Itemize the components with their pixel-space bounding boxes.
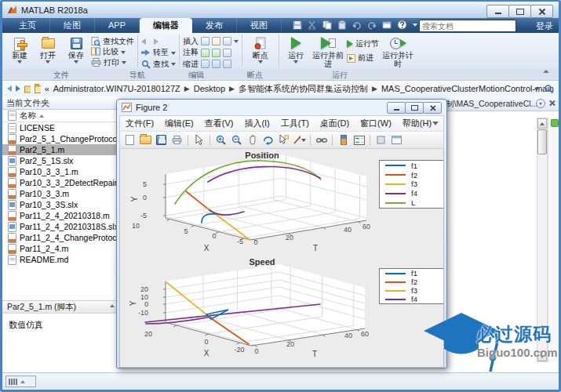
figure-canvas[interactable]: Position 5 0 -5 Y 10 5 0 -5 X 0 20 40 60… (119, 149, 444, 368)
back-icon[interactable] (141, 38, 146, 45)
titlebar[interactable]: MATLAB R2018a (2, 2, 559, 18)
figure-close-button[interactable] (423, 102, 442, 114)
zoom-in-tool-icon[interactable] (214, 134, 228, 147)
brush-tool-icon[interactable] (293, 134, 306, 147)
figure-minimize-button[interactable] (387, 102, 406, 114)
save-icon[interactable] (293, 20, 302, 30)
indent-right-icon[interactable] (212, 60, 220, 68)
breadcrumb-segment[interactable]: 多智能体系统的协同群集运动控制 (239, 83, 368, 95)
save-figure-icon[interactable] (155, 134, 168, 147)
name-column-header[interactable]: 名称 (2, 110, 118, 122)
menubar-pin-icon[interactable] (432, 122, 439, 125)
undo-icon[interactable] (352, 20, 362, 30)
file-row[interactable]: Par2_5_1_ChangeProtocol.m (2, 133, 118, 144)
file-row[interactable]: Par10_3_3_2DetectRepair.m (2, 177, 118, 188)
insert-legend-icon[interactable] (352, 134, 366, 147)
tab-plots[interactable]: 绘图 (50, 18, 95, 33)
file-row-selected[interactable]: Par2_5_1.m (2, 144, 118, 155)
file-row[interactable]: Par11_2_4_ChangeProtocol.m (2, 232, 118, 243)
breadcrumb-segment[interactable]: MAS_CooperativeClusterMotionControl-main (381, 84, 554, 93)
forward-icon[interactable] (154, 38, 158, 45)
menu-window[interactable]: 窗口(W) (355, 118, 397, 129)
insert-function-icon[interactable] (212, 37, 220, 45)
nav-forward-icon[interactable] (16, 85, 20, 92)
file-row[interactable]: Par10_3_3.m (2, 188, 118, 199)
insert-image-icon[interactable] (223, 37, 231, 45)
current-folder-title[interactable]: 当前文件夹 (2, 96, 118, 110)
insert-colorbar-icon[interactable] (337, 134, 350, 147)
run-advance-button[interactable]: 运行并前进 (311, 34, 345, 68)
dock-all-icon[interactable] (390, 134, 403, 147)
datacursor-tool-icon[interactable] (277, 134, 290, 147)
comment-icon[interactable] (201, 49, 209, 57)
indent-left-icon[interactable] (223, 60, 231, 68)
position-legend[interactable]: f1 f2 f3 f4 L (379, 160, 444, 209)
find-files-button[interactable]: 查找文件 (91, 36, 134, 46)
qat-dropdown-icon[interactable] (413, 24, 417, 27)
indent-button[interactable]: 缩进 (183, 59, 239, 69)
figure-titlebar[interactable]: Figure 2 (119, 100, 444, 115)
run-button[interactable]: 运行 (282, 34, 309, 64)
file-row[interactable]: Par10_3_3_1.m (2, 166, 118, 177)
advance-button[interactable]: 前进 (347, 53, 379, 64)
editor-tab[interactable]: 制\MAS_CooperativeCl... (446, 99, 537, 110)
menu-help[interactable]: 帮助(H) (397, 118, 437, 129)
file-row[interactable]: Par11_2_4_20210318S.slx (2, 221, 118, 232)
menu-view[interactable]: 查看(V) (199, 118, 239, 129)
redo-icon[interactable] (367, 20, 377, 30)
link-plot-icon[interactable] (315, 134, 328, 147)
tab-close-icon[interactable] (548, 100, 555, 106)
switch-window-icon[interactable] (382, 20, 392, 30)
figure-window[interactable]: Figure 2 文件(F) 编辑(E) 查看(V) 插入(I) 工具(T) 桌… (116, 99, 447, 368)
print-button[interactable]: 打印 (91, 57, 134, 67)
file-row[interactable]: LICENSE (2, 122, 118, 133)
speed-legend[interactable]: f1 f2 f3 f4 (379, 268, 444, 304)
menu-file[interactable]: 文件(F) (120, 118, 159, 129)
goto-button[interactable]: 转至 (141, 48, 176, 58)
run-time-button[interactable]: 运行并计时 (381, 34, 415, 68)
breadcrumb-segment[interactable]: Desktop (194, 84, 225, 93)
tab-list-icon[interactable] (536, 99, 545, 108)
tab-home[interactable]: 主页 (5, 18, 50, 33)
help-icon[interactable] (397, 20, 407, 30)
copy-icon[interactable] (322, 20, 332, 30)
tab-view[interactable]: 视图 (237, 18, 282, 33)
file-row[interactable]: Par10_3_3S.slx (2, 199, 118, 210)
folder-search-icon[interactable] (544, 84, 554, 94)
scrollbar-thumb[interactable] (537, 129, 547, 154)
menu-insert[interactable]: 插入(I) (239, 118, 275, 129)
menu-tools[interactable]: 工具(T) (275, 118, 315, 129)
pan-tool-icon[interactable] (246, 134, 259, 147)
figure-maximize-button[interactable] (405, 102, 424, 114)
nav-back-icon[interactable] (7, 85, 12, 92)
find-button[interactable]: 查找 (141, 59, 176, 69)
new-button[interactable]: 新建 (6, 34, 33, 64)
smart-indent-icon[interactable] (201, 60, 209, 68)
wrap-comment-icon[interactable] (223, 49, 231, 57)
open-file-icon[interactable] (139, 134, 152, 147)
breakpoints-button[interactable]: 断点 (246, 34, 275, 64)
tab-editor[interactable]: 编辑器 (140, 18, 192, 33)
pointer-tool-icon[interactable] (192, 134, 206, 147)
insert-section-icon[interactable] (201, 37, 209, 45)
breadcrumb-segment[interactable]: Administrator.WIN7U-20180127Z (53, 84, 180, 93)
path-dropdown-icon[interactable] (534, 88, 539, 91)
tab-publish[interactable]: 发布 (192, 18, 237, 33)
open-button[interactable]: 打开 (35, 34, 61, 64)
file-row[interactable]: README.md (2, 254, 118, 265)
collapse-ribbon-icon[interactable] (543, 70, 549, 73)
browse-folder-icon[interactable] (35, 84, 41, 93)
zoom-out-tool-icon[interactable] (230, 134, 243, 147)
save-button[interactable]: 保存 (63, 34, 89, 64)
tab-apps[interactable]: APP (95, 18, 140, 33)
file-row[interactable]: Par11_2_4.m (2, 243, 118, 254)
minimize-button[interactable] (486, 5, 509, 18)
menu-desktop[interactable]: 桌面(D) (315, 118, 355, 129)
details-collapse-icon[interactable] (110, 304, 115, 307)
run-section-button[interactable]: 运行节 (347, 39, 379, 49)
uncomment-icon[interactable] (212, 49, 220, 57)
file-details-header[interactable]: Par2_5_1.m (脚本) (2, 300, 118, 314)
compare-button[interactable]: 比较 (91, 47, 134, 57)
cut-icon[interactable] (308, 20, 317, 30)
comment-button[interactable]: 注释 (183, 48, 239, 58)
